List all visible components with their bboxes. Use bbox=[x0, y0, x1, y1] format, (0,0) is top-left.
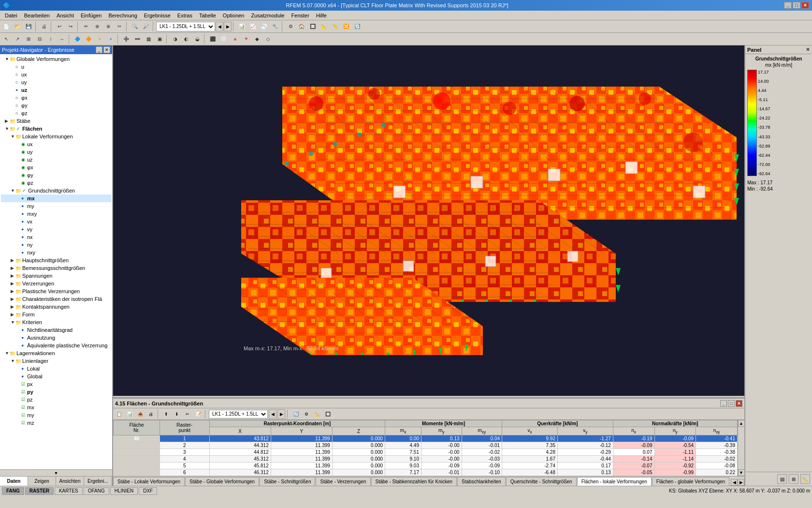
new-btn[interactable]: 📄 bbox=[1, 21, 12, 32]
tb2-btn-5[interactable]: ↕ bbox=[45, 34, 56, 45]
table-tb-12[interactable]: 🔲 bbox=[323, 409, 333, 419]
tb-btn-13[interactable]: 🔲 bbox=[307, 21, 318, 32]
tree-item-linienlager[interactable]: ▼ 📁 Linienlager bbox=[1, 357, 111, 365]
tree-item-nx[interactable]: ● nx bbox=[1, 233, 111, 241]
tree-item-bemessung[interactable]: ▶ 📁 Bemessungsschnittgrößen bbox=[1, 264, 111, 272]
nav-tab-zeigen[interactable]: Zeigen bbox=[28, 477, 56, 486]
tree-item-f-phiz[interactable]: ◉ φz bbox=[1, 179, 111, 187]
table-row[interactable]: 244.31211.3990.0004.49-0.00-0.017.35-0.1… bbox=[114, 442, 738, 449]
table-tb-7[interactable]: ✂ bbox=[183, 409, 192, 419]
tree-item-grundschnitt[interactable]: ▼ 📁 ✓ Grundschnittgrößen bbox=[1, 187, 111, 194]
table-row[interactable]: 646.31211.3990.0007.17-0.01-0.10-6.480.1… bbox=[114, 469, 738, 476]
tree-item-mx[interactable]: ● mx bbox=[1, 194, 111, 202]
tb2-btn-21[interactable]: 🔻 bbox=[241, 34, 251, 45]
tb2-btn-17[interactable]: ◒ bbox=[192, 34, 203, 45]
tb-btn-3[interactable]: ⊗ bbox=[103, 21, 114, 32]
print-btn[interactable]: 🖨 bbox=[39, 21, 49, 32]
table-row[interactable]: 46143.81211.3990.0000.000.130.049.92-1.2… bbox=[114, 435, 738, 442]
panel-icon-3[interactable]: 📐 bbox=[800, 474, 810, 484]
tb2-btn-11[interactable]: ➕ bbox=[121, 34, 131, 45]
tree-item-plast-verz[interactable]: ▶ 📁 Plastische Verzerrungen bbox=[1, 287, 111, 295]
tb2-btn-3[interactable]: ⊞ bbox=[23, 34, 34, 45]
tree-item-verzerrungen[interactable]: ▶ 📁 Verzerrungen bbox=[1, 280, 111, 287]
table-tb-11[interactable]: 📐 bbox=[312, 409, 322, 419]
loadcase-combo[interactable]: LK1 - 1.25DL + 1.5LL bbox=[156, 22, 215, 31]
nav-close-btn[interactable]: ✕ bbox=[103, 46, 110, 53]
tree-item-f-phiy[interactable]: ◉ φy bbox=[1, 171, 111, 179]
status-kartes[interactable]: KARTES bbox=[55, 487, 83, 495]
tb-btn-12[interactable]: 🏠 bbox=[296, 21, 307, 32]
table-close-btn[interactable]: ✕ bbox=[736, 400, 742, 407]
tree-item-ll-mz[interactable]: ☑ mz bbox=[1, 419, 111, 427]
table-tb-9[interactable]: 🔄 bbox=[291, 409, 301, 419]
menu-optionen[interactable]: Optionen bbox=[220, 12, 247, 19]
nav-tab-ansichten[interactable]: Ansichten bbox=[56, 477, 84, 486]
menu-bearbeiten[interactable]: Bearbeiten bbox=[21, 12, 53, 19]
menu-tabelle[interactable]: Tabelle bbox=[196, 12, 219, 19]
status-fang[interactable]: FANG bbox=[2, 487, 24, 495]
tb2-btn-13[interactable]: ▦ bbox=[143, 34, 154, 45]
tb-btn-2[interactable]: ⊕ bbox=[92, 21, 102, 32]
tree-item-nxy[interactable]: ● nxy bbox=[1, 249, 111, 256]
tree-item-hauptschnitt[interactable]: ▶ 📁 Hauptschnittgrößen bbox=[1, 256, 111, 264]
tree-item-uz-checked[interactable]: ● uz bbox=[1, 86, 111, 94]
menu-einfugen[interactable]: Einfügen bbox=[78, 12, 104, 19]
bottom-tab-3[interactable]: Stäbe - Verzerrungen bbox=[316, 477, 370, 486]
table-loadcase-combo[interactable]: LK1 - 1.25DL + 1.5LL bbox=[209, 410, 268, 418]
tb-btn-10[interactable]: 🔧 bbox=[270, 21, 280, 32]
tree-item-uy[interactable]: ○ uy bbox=[1, 78, 111, 86]
tree-item-mxy[interactable]: ● mxy bbox=[1, 210, 111, 218]
tb2-btn-14[interactable]: ▣ bbox=[154, 34, 165, 45]
tb2-btn-10[interactable]: 🔹 bbox=[105, 34, 116, 45]
tb2-btn-1[interactable]: ↖ bbox=[1, 34, 12, 45]
table-tb-5[interactable]: ⬆ bbox=[161, 409, 171, 419]
tb2-btn-22[interactable]: ◆ bbox=[252, 34, 262, 45]
tb2-btn-8[interactable]: 🔶 bbox=[83, 34, 94, 45]
table-prev-btn[interactable]: ◀ bbox=[269, 409, 276, 419]
tree-item-vy[interactable]: ● vy bbox=[1, 225, 111, 233]
status-ofang[interactable]: OFANG bbox=[84, 487, 109, 495]
tree-item-vx[interactable]: ● vx bbox=[1, 218, 111, 225]
status-hlinien[interactable]: HLINIEN bbox=[110, 487, 138, 495]
tb-btn-16[interactable]: 🔀 bbox=[341, 21, 351, 32]
tree-item-ll-px[interactable]: ☑ px bbox=[1, 380, 111, 388]
bottom-tab-5[interactable]: Stabschlankheiten bbox=[457, 477, 506, 486]
prev-loadcase[interactable]: ◀ bbox=[216, 22, 223, 31]
table-max-btn[interactable]: □ bbox=[728, 400, 735, 407]
bottom-tab-8[interactable]: Flächen - globale Verformungen bbox=[652, 477, 729, 486]
tree-item-kriterien[interactable]: ▼ 📁 Kriterien bbox=[1, 318, 111, 326]
nav-tab-ergebni[interactable]: Ergebni... bbox=[84, 477, 112, 486]
bottom-tab-6[interactable]: Querschnitte - Schnittgrößen bbox=[506, 477, 577, 486]
scroll-down-btn[interactable]: ▼ bbox=[738, 469, 745, 476]
undo-btn[interactable]: ↩ bbox=[54, 21, 65, 32]
tb-btn-11[interactable]: ⚙ bbox=[285, 21, 296, 32]
close-button[interactable]: ✕ bbox=[801, 2, 809, 9]
tree-item-ausnutzung[interactable]: ● Ausnutzung bbox=[1, 334, 111, 342]
tree-item-charakt[interactable]: ▶ 📁 Charakteristiken der isotropen Flä bbox=[1, 295, 111, 303]
tree-item-phiz[interactable]: ○ φz bbox=[1, 109, 111, 117]
nav-scroll-down[interactable]: ▼ bbox=[0, 469, 112, 476]
tb-btn-7[interactable]: 📊 bbox=[236, 21, 247, 32]
menu-zusatzmodule[interactable]: Zusatzmodule bbox=[248, 12, 288, 19]
tb-btn-4[interactable]: ✂ bbox=[114, 21, 125, 32]
tb2-btn-6[interactable]: ↔ bbox=[57, 34, 67, 45]
tree-item-global-verformungen[interactable]: ▼ 📁 Globale Verformungen bbox=[1, 55, 111, 63]
panel-close-btn[interactable]: ✕ bbox=[806, 46, 810, 53]
tree-item-f-phix[interactable]: ◉ φx bbox=[1, 164, 111, 171]
tree-item-ll-global[interactable]: ● Global bbox=[1, 373, 111, 380]
menu-berechnung[interactable]: Berechnung bbox=[105, 12, 140, 19]
table-tb-6[interactable]: ⬇ bbox=[172, 409, 182, 419]
tree-item-f-uz[interactable]: ◉ uz bbox=[1, 156, 111, 164]
tb-btn-9[interactable]: 📉 bbox=[259, 21, 269, 32]
tree-item-kontakt[interactable]: ▶ 📁 Kontaktspannungen bbox=[1, 303, 111, 311]
tree-item-stabe[interactable]: ▶ 📁 Stäbe bbox=[1, 117, 111, 125]
open-btn[interactable]: 📂 bbox=[12, 21, 23, 32]
tb2-btn-7[interactable]: 🔷 bbox=[72, 34, 83, 45]
tb2-btn-20[interactable]: 🔺 bbox=[230, 34, 240, 45]
table-min-btn[interactable]: _ bbox=[720, 400, 727, 407]
scroll-up-btn[interactable]: ▲ bbox=[738, 420, 745, 427]
table-tb-1[interactable]: 📋 bbox=[114, 409, 124, 419]
tb-btn-1[interactable]: ✏ bbox=[81, 21, 91, 32]
menu-fenster[interactable]: Fenster bbox=[289, 12, 312, 19]
tb2-btn-19[interactable]: ⬜ bbox=[218, 34, 229, 45]
